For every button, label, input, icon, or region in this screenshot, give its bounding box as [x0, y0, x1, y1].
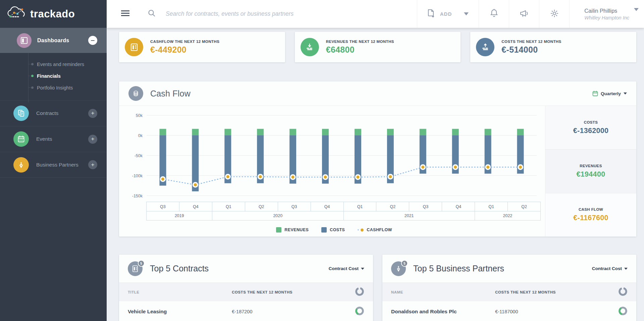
cashflow-point: [291, 176, 294, 179]
contracts-table-header: TITLE COSTS THE NEXT 12 MONTHS: [119, 282, 373, 301]
stat-label: COSTS THE NEXT 12 MONTHS: [501, 40, 561, 44]
bar-revenues: [224, 129, 231, 135]
bar-revenues: [387, 129, 394, 135]
quarter-cell: Q1: [475, 202, 508, 211]
cashflow-swatch: [358, 229, 364, 232]
top-contracts-card: 5 Top 5 Contracts Contract Cost TITLE CO…: [119, 255, 373, 321]
sidebar-item-business-partners[interactable]: Business Partners +: [0, 152, 107, 178]
ledger-icon: [125, 38, 143, 56]
sidebar-item-dashboards[interactable]: Dashboards: [0, 28, 107, 53]
count-badge: 5: [138, 260, 145, 267]
main-content: CASHFLOW THE NEXT 12 MONTHS €-449200 REV…: [107, 28, 644, 321]
costs-swatch: [321, 227, 327, 233]
cashflow-point: [389, 175, 392, 178]
money-out-icon: [476, 38, 494, 56]
quarter-cell: Q1: [212, 202, 245, 211]
bar-revenues: [289, 129, 296, 135]
contracts-sort-select[interactable]: Contract Cost: [329, 266, 364, 271]
period-select[interactable]: Quarterly: [592, 91, 627, 97]
chart-x-axis: Q3Q4Q1Q2Q3Q4Q1Q2Q3Q4Q1Q2 201920202021202…: [147, 202, 541, 220]
sidebar-item-label: Dashboards: [37, 38, 69, 44]
user-company: Whitley Hampton Inc: [584, 15, 629, 20]
bar-revenues: [485, 129, 491, 135]
settings-button[interactable]: [539, 0, 569, 28]
dashboards-subnav: Events and reminders Financials Portfoli…: [0, 53, 107, 100]
user-menu[interactable]: Cailin Phillips Whitley Hampton Inc: [569, 0, 644, 28]
contract-doc-icon: 5: [128, 261, 143, 276]
quarter-cell: Q4: [442, 202, 475, 211]
calendar-icon: [592, 91, 598, 97]
tree-dot-active: [31, 75, 34, 77]
subnav-item-portfolio-insights[interactable]: Portfolio Insights: [0, 82, 107, 93]
events-icon: [13, 131, 29, 147]
bar-revenues: [257, 129, 264, 135]
quarter-cell: Q3: [146, 202, 179, 211]
quarter-row: Q3Q4Q1Q2Q3Q4Q1Q2Q3Q4Q1Q2: [147, 202, 541, 211]
menu-toggle-icon[interactable]: [121, 10, 130, 18]
y-tick-label: -100k: [132, 174, 143, 178]
cashflow-card: Cash Flow Quarterly 50k0k-50k-100k-150k …: [119, 81, 636, 237]
announcements-button[interactable]: [509, 0, 539, 28]
search-icon: [148, 9, 156, 18]
cashflow-point: [519, 166, 522, 169]
partner-tie-icon: 5: [391, 261, 406, 276]
bell-icon: [490, 9, 498, 19]
quarter-cell: Q4: [311, 202, 344, 211]
sidebar-item-contracts[interactable]: Contracts +: [0, 100, 107, 126]
quarter-cell: Q2: [245, 202, 278, 211]
cashflow-point: [421, 166, 424, 169]
cashflow-card-header: Cash Flow Quarterly: [119, 81, 636, 106]
table-row[interactable]: Vehicle Leasing €-187200: [119, 301, 373, 321]
coins-icon: [128, 86, 143, 101]
stat-label: CASHFLOW THE NEXT 12 MONTHS: [150, 40, 219, 44]
topbar: ADD: [107, 0, 644, 28]
stats-row: CASHFLOW THE NEXT 12 MONTHS €-449200 REV…: [119, 32, 636, 62]
legend-costs: COSTS: [321, 227, 345, 233]
sort-caret-icon: [624, 268, 628, 270]
stat-label: REVENUES THE NEXT 12 MONTHS: [326, 40, 394, 44]
dashboards-icon: [17, 33, 32, 48]
cashflow-point: [259, 175, 262, 178]
quarter-cell: Q4: [179, 202, 212, 211]
business-partners-icon: [13, 157, 29, 173]
quarter-cell: Q1: [343, 202, 377, 211]
subnav-label: Portfolio Insights: [37, 85, 73, 90]
megaphone-icon: [520, 9, 529, 19]
tree-dot: [31, 63, 34, 65]
period-label: Quarterly: [601, 91, 621, 96]
cashflow-point: [324, 176, 327, 179]
donut-header-icon: [355, 287, 364, 298]
sidebar-item-events[interactable]: Events +: [0, 126, 107, 152]
donut-chart-icon: [618, 306, 628, 317]
quarter-cell: Q2: [376, 202, 409, 211]
collapse-dashboards-button[interactable]: [88, 36, 97, 45]
cashflow-point: [161, 178, 164, 181]
stat-value: €-514000: [501, 45, 561, 55]
user-menu-caret-icon[interactable]: [634, 8, 639, 11]
add-button[interactable]: ADD: [417, 0, 479, 28]
notifications-button[interactable]: [479, 0, 509, 28]
quarter-cell: Q3: [278, 202, 311, 211]
count-badge: 5: [401, 260, 408, 267]
partners-table-header: NAME COSTS THE NEXT 12 MONTHS: [382, 282, 636, 301]
legend-cashflow: CASHFLOW: [358, 228, 392, 232]
subnav-label: Events and reminders: [37, 62, 84, 67]
donut-chart-icon: [355, 306, 364, 317]
add-event-button[interactable]: +: [88, 135, 97, 144]
cashflow-summary-panel: COSTS €-1362000 REVENUES €194400 CASH FL…: [545, 106, 636, 237]
global-search: [148, 9, 417, 18]
add-contract-button[interactable]: +: [88, 109, 97, 118]
brand-logo[interactable]: trackado: [0, 0, 107, 28]
table-row[interactable]: Donaldson and Robles Plc €-1187000: [382, 301, 636, 321]
partners-sort-select[interactable]: Contract Cost: [592, 266, 628, 271]
add-business-partner-button[interactable]: +: [88, 160, 97, 169]
subnav-item-events-reminders[interactable]: Events and reminders: [0, 58, 107, 70]
cashflow-chart-plot: 50k0k-50k-100k-150k: [123, 111, 541, 200]
bar-revenues: [192, 129, 199, 135]
search-input[interactable]: [166, 10, 347, 17]
year-cell: 2022: [475, 211, 541, 220]
subnav-item-financials[interactable]: Financials: [0, 70, 107, 82]
bar-revenues: [355, 129, 361, 135]
stat-card-cashflow: CASHFLOW THE NEXT 12 MONTHS €-449200: [119, 32, 285, 62]
bar-revenues: [322, 129, 329, 135]
